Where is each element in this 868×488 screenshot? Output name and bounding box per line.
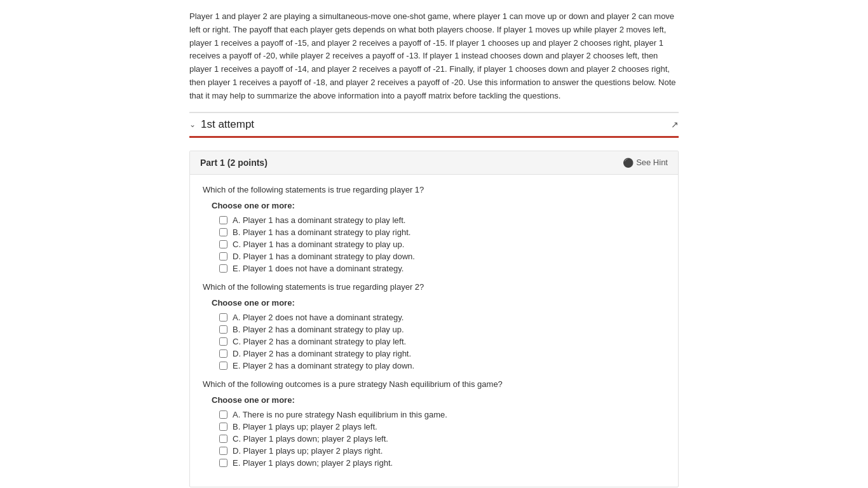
list-item: A. Player 1 has a dominant strategy to p…	[219, 215, 665, 225]
part1-title: Part 1 (2 points)	[200, 158, 268, 168]
chevron-down-icon[interactable]: ⌄	[189, 120, 196, 129]
option-p2-a[interactable]	[219, 313, 227, 322]
list-item: A. There is no pure strategy Nash equili…	[219, 410, 665, 419]
list-item: B. Player 1 plays up; player 2 plays lef…	[219, 422, 665, 431]
list-item: D. Player 2 has a dominant strategy to p…	[219, 349, 665, 358]
option-p2-b[interactable]	[219, 325, 227, 334]
list-item: B. Player 1 has a dominant strategy to p…	[219, 227, 665, 237]
attempt-title: 1st attempt	[201, 118, 254, 131]
part1-body: Which of the following statements is tru…	[190, 175, 678, 487]
options-player1-list: A. Player 1 has a dominant strategy to p…	[219, 215, 665, 273]
list-item: B. Player 2 has a dominant strategy to p…	[219, 325, 665, 334]
list-item: E. Player 1 plays down; player 2 plays r…	[219, 458, 665, 468]
list-item: D. Player 1 plays up; player 2 plays rig…	[219, 446, 665, 456]
see-hint-link[interactable]: ⚫ See Hint	[623, 158, 668, 168]
option-nash-e[interactable]	[219, 459, 227, 467]
option-p2-d[interactable]	[219, 349, 227, 358]
option-p1-d[interactable]	[219, 252, 227, 261]
option-nash-b[interactable]	[219, 423, 227, 431]
question3-text: Which of the following outcomes is a pur…	[203, 379, 665, 389]
attempt-section: ⌄ 1st attempt ↗ Part 1 (2 points) ⚫ See …	[189, 113, 679, 487]
list-item: E. Player 1 does not have a dominant str…	[219, 264, 665, 273]
question2-text: Which of the following statements is tru…	[203, 282, 665, 292]
attempt-header: ⌄ 1st attempt ↗	[189, 113, 679, 138]
option-p1-a[interactable]	[219, 216, 227, 224]
list-item: C. Player 2 has a dominant strategy to p…	[219, 337, 665, 346]
choose-label-3: Choose one or more:	[212, 395, 665, 405]
option-p1-c[interactable]	[219, 240, 227, 248]
hint-icon: ⚫	[623, 158, 634, 168]
option-nash-a[interactable]	[219, 410, 227, 419]
list-item: C. Player 1 has a dominant strategy to p…	[219, 240, 665, 249]
choose-label-1: Choose one or more:	[212, 201, 665, 210]
option-p2-e[interactable]	[219, 362, 227, 370]
option-nash-d[interactable]	[219, 447, 227, 455]
list-item: D. Player 1 has a dominant strategy to p…	[219, 252, 665, 261]
expand-icon[interactable]: ↗	[671, 119, 679, 130]
attempt-left: ⌄ 1st attempt	[189, 118, 254, 131]
choose-label-2: Choose one or more:	[212, 298, 665, 308]
options-player2-list: A. Player 2 does not have a dominant str…	[219, 313, 665, 370]
question1-text: Which of the following statements is tru…	[203, 185, 665, 194]
list-item: E. Player 2 has a dominant strategy to p…	[219, 361, 665, 370]
option-p2-c[interactable]	[219, 337, 227, 346]
options-nash-list: A. There is no pure strategy Nash equili…	[219, 410, 665, 468]
option-nash-c[interactable]	[219, 435, 227, 443]
intro-text: Player 1 and player 2 are playing a simu…	[189, 10, 679, 103]
option-p1-e[interactable]	[219, 264, 227, 273]
part1-header: Part 1 (2 points) ⚫ See Hint	[190, 151, 678, 175]
part1-section: Part 1 (2 points) ⚫ See Hint Which of th…	[189, 151, 679, 487]
see-hint-label: See Hint	[636, 158, 668, 167]
list-item: C. Player 1 plays down; player 2 plays l…	[219, 434, 665, 444]
option-p1-b[interactable]	[219, 228, 227, 236]
list-item: A. Player 2 does not have a dominant str…	[219, 313, 665, 322]
